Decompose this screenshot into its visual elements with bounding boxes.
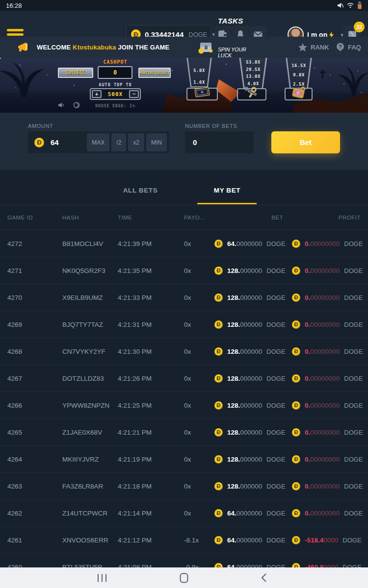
profit-currency: DOGE [344, 294, 363, 301]
decrease-button[interactable]: − [129, 90, 139, 98]
amount-input[interactable] [51, 138, 80, 147]
cell-hash: FA3Z6LR8AR [62, 483, 118, 490]
cell-game-id: 4264 [7, 456, 62, 463]
auto-top-label: AUTO TOP TO [86, 82, 145, 87]
cell-hash: BJQ7TY7TAZ [62, 321, 118, 328]
profit-currency: DOGE [344, 429, 363, 436]
doge-coin-icon: Ð [34, 138, 44, 147]
table-row[interactable]: 4262Z14UTCPWCR4:21:14 PM0xÐ64.0000000DOG… [0, 500, 368, 527]
multiplier-label: 16.5X [291, 61, 306, 71]
tab-all-bets[interactable]: ALL BETS [106, 187, 175, 194]
profit-currency: DOGE [344, 321, 363, 328]
cell-hash: MKIIIYJVRZ [62, 456, 118, 463]
cell-game-id: 4272 [7, 240, 62, 247]
recent-apps-button[interactable] [87, 567, 117, 588]
profit-amount: 0.00000000 [305, 375, 340, 382]
back-button[interactable] [249, 567, 279, 588]
svg-text:?: ? [339, 44, 342, 49]
profit-amount: -518.40000 [305, 537, 338, 544]
table-row[interactable]: 4267DOTZLLDZ834:21:26 PM0xÐ128.000000DOG… [0, 365, 368, 392]
cell-payout: 0x [184, 294, 214, 301]
status-icons [337, 1, 362, 9]
house-edge-label: HOUSE EDGE: 1% [81, 104, 150, 108]
auto-top-stepper: + 500X − [90, 88, 141, 100]
wifi-icon [347, 2, 354, 8]
app-header: Ð 0.33442144 DOGE ▼ I m on ▼ 32 [0, 11, 368, 37]
collect-button[interactable]: COLLECT [58, 68, 93, 78]
increase-button[interactable]: + [92, 90, 102, 98]
table-row[interactable]: 4271NK0Q5GR2F34:21:35 PM0xÐ128.000000DOG… [0, 257, 368, 284]
star-icon [298, 43, 307, 51]
home-button[interactable] [169, 567, 199, 588]
multiplier-label: 29.5X [246, 66, 261, 74]
cell-game-id: 4271 [7, 267, 62, 274]
header-profit: PROFIT [283, 215, 361, 220]
bet-amount: 128.000000 [227, 402, 262, 409]
sound-toggle-icon[interactable] [58, 102, 66, 108]
status-time: 16:28 [6, 2, 22, 9]
tab-my-bet[interactable]: MY BET [193, 187, 262, 194]
chest-icon [198, 41, 213, 54]
table-row[interactable]: 4272B81MOCLI4V4:21:39 PM0xÐ64.0000000DOG… [0, 230, 368, 257]
back-icon [261, 573, 267, 583]
amount-modifier-button[interactable]: MIN [146, 133, 167, 151]
table-row[interactable]: 4265Z1JAE0X68V4:21:21 PM0xÐ128.000000DOG… [0, 419, 368, 446]
profit-currency: DOGE [342, 564, 361, 568]
table-row[interactable]: 4263FA3Z6LR8AR4:21:18 PM0xÐ128.000000DOG… [0, 473, 368, 500]
cell-bet: Ð128.000000DOGE [214, 374, 283, 383]
cell-time: 4:21:26 PM [118, 375, 184, 382]
header-payout: PAYO... [184, 215, 214, 220]
partial-collect-button[interactable]: PARTIAL COLLECT [138, 68, 171, 78]
bets-tabs: ALL BETS MY BET [0, 170, 368, 205]
cell-hash: NK0Q5GR2F3 [62, 267, 118, 274]
bet-currency: DOGE [266, 321, 285, 328]
number-of-bets-input[interactable] [193, 138, 242, 147]
faq-link[interactable]: ? FAQ [336, 37, 361, 58]
table-row[interactable]: 4261XNVOOS6ERR4:21:12 PM-8.1xÐ64.0000000… [0, 527, 368, 554]
bet-amount: 128.000000 [227, 267, 262, 274]
table-row[interactable]: 4266YPWW8ZNPZN4:21:25 PM0xÐ128.000000DOG… [0, 392, 368, 419]
bet-amount: 128.000000 [227, 348, 262, 355]
header-game-id: GAME ID [7, 215, 62, 220]
tasks-link[interactable]: TASKSSPIN YOUR LUCK [198, 37, 248, 58]
bet-button[interactable]: Bet [271, 131, 340, 153]
table-row[interactable]: 4260BTL535TV5R4:21:08 PM-0.9xÐ64.0000000… [0, 554, 368, 567]
bet-amount: 128.000000 [227, 321, 262, 328]
book-icon [192, 86, 212, 98]
table-header: GAME ID HASH TIME PAYO... BET PROFIT [0, 205, 368, 230]
amount-modifier-button[interactable]: x2 [128, 133, 144, 151]
cell-payout: -0.9x [184, 564, 214, 568]
profit-amount: 0.00000000 [305, 456, 340, 463]
cell-game-id: 4260 [7, 564, 62, 568]
cell-profit: Ð0.00000000DOGE [292, 240, 363, 248]
cell-time: 4:21:21 PM [118, 429, 184, 436]
megaphone-icon [17, 42, 30, 53]
welcome-prefix: WELCOME [37, 44, 73, 51]
bet-currency: DOGE [266, 429, 285, 436]
bet-currency: DOGE [266, 510, 285, 517]
cell-profit: Ð0.00000000DOGE [292, 482, 363, 490]
table-row[interactable]: 4264MKIIIYJVRZ4:21:19 PM0xÐ128.000000DOG… [0, 446, 368, 473]
doge-coin-icon: Ð [292, 482, 300, 490]
multiplier-label: 5.0X [193, 65, 205, 76]
question-mark-icon: ? [336, 43, 344, 52]
amount-modifier-button[interactable]: MAX [87, 133, 109, 151]
doge-coin-icon: Ð [292, 509, 300, 517]
table-row[interactable]: 4269BJQ7TY7TAZ4:21:31 PM0xÐ128.000000DOG… [0, 311, 368, 338]
provably-fair-icon[interactable] [73, 102, 80, 108]
table-row[interactable]: 4270X9EILB9UMZ4:21:33 PM0xÐ128.000000DOG… [0, 284, 368, 311]
faq-label: FAQ [348, 44, 361, 51]
bet-amount: 64.0000000 [227, 240, 262, 247]
amount-modifier-button[interactable]: /2 [111, 133, 126, 151]
profit-currency: DOGE [344, 402, 363, 409]
battery-icon [357, 1, 362, 9]
doge-coin-icon: Ð [214, 482, 223, 490]
multiplier-label: 53.0X [246, 59, 261, 66]
profit-currency: DOGE [344, 240, 363, 247]
rank-link[interactable]: RANK [298, 37, 329, 58]
cell-payout: 0x [184, 510, 214, 517]
table-row[interactable]: 4268CN7VYKY2YF4:21:30 PM0xÐ128.000000DOG… [0, 338, 368, 365]
cell-game-id: 4268 [7, 348, 62, 355]
plant-decoration [0, 61, 47, 97]
bet-amount: 128.000000 [227, 294, 262, 301]
